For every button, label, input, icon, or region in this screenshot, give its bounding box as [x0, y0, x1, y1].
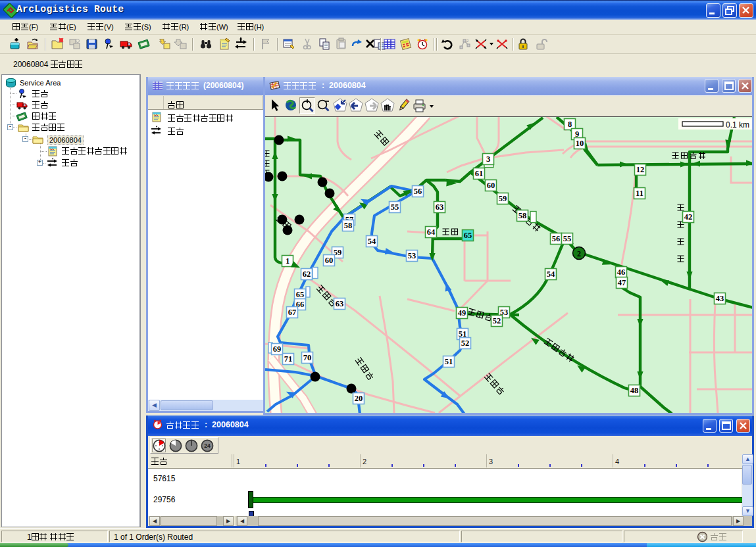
svg-text:69: 69	[273, 345, 282, 354]
svg-text:58: 58	[344, 221, 353, 230]
svg-text:0.1 km: 0.1 km	[726, 120, 749, 130]
svg-text:43: 43	[716, 294, 724, 303]
svg-text:52: 52	[461, 339, 470, 348]
svg-text:53: 53	[408, 251, 416, 260]
svg-text:63: 63	[436, 202, 444, 212]
svg-text:58: 58	[518, 211, 527, 220]
svg-text:42: 42	[684, 212, 693, 222]
svg-text:55: 55	[391, 202, 399, 212]
svg-text:49: 49	[458, 308, 466, 318]
svg-text:48: 48	[630, 386, 639, 395]
svg-text:54: 54	[547, 270, 555, 279]
svg-text:59: 59	[499, 194, 507, 203]
svg-text:1: 1	[286, 256, 290, 266]
svg-text:55: 55	[563, 234, 572, 243]
svg-text:65: 65	[464, 231, 472, 240]
svg-text:60: 60	[325, 256, 334, 265]
svg-text:63: 63	[336, 299, 344, 308]
svg-text:54: 54	[368, 237, 376, 246]
svg-text:62: 62	[303, 270, 311, 279]
svg-text:46: 46	[617, 268, 626, 277]
svg-text:71: 71	[284, 354, 293, 364]
svg-text:24: 24	[204, 442, 211, 449]
svg-text:60: 60	[487, 181, 495, 190]
svg-text:2: 2	[577, 249, 581, 258]
svg-text:2: 2	[466, 39, 469, 43]
svg-text:8: 8	[568, 120, 572, 129]
svg-text:56: 56	[414, 187, 422, 196]
svg-text:56: 56	[552, 234, 561, 243]
svg-text:12: 12	[636, 165, 645, 174]
svg-text:64: 64	[427, 227, 436, 237]
svg-text:65: 65	[296, 290, 305, 299]
svg-text:20: 20	[355, 394, 363, 403]
svg-text:47: 47	[618, 278, 626, 287]
svg-text:70: 70	[303, 353, 312, 362]
svg-text:52: 52	[493, 316, 501, 325]
svg-text:61: 61	[475, 169, 484, 178]
svg-text:51: 51	[445, 357, 453, 366]
svg-text:67: 67	[288, 308, 297, 317]
svg-text:10: 10	[576, 139, 584, 148]
svg-text:11: 11	[636, 189, 643, 198]
svg-text:3: 3	[486, 155, 490, 164]
